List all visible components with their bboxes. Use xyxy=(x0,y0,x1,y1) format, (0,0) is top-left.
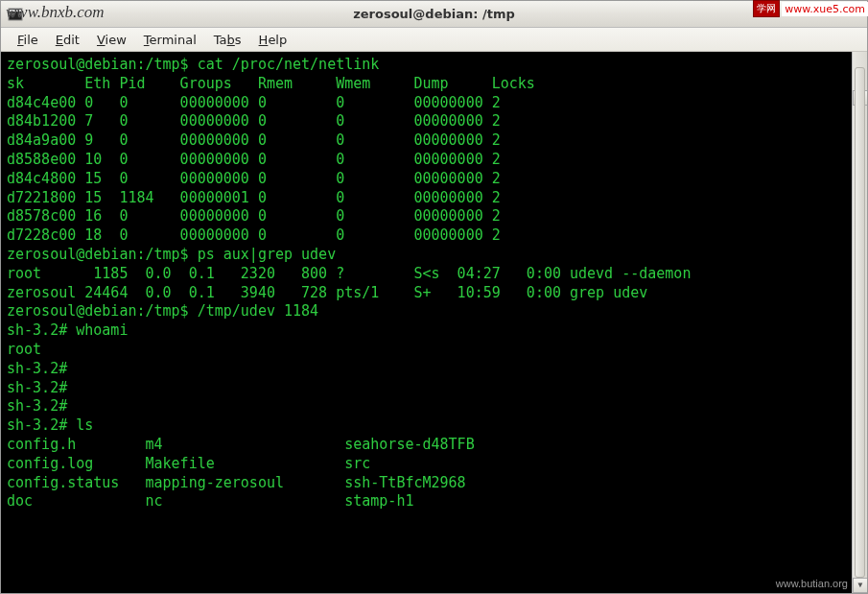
scrollbar[interactable]: ▲ ▼ xyxy=(852,52,867,593)
output-line: config.log Makefile src xyxy=(7,455,370,472)
output-line: sh-3.2# xyxy=(7,397,67,415)
menu-tabs[interactable]: Tabs xyxy=(205,30,250,50)
menu-file[interactable]: File xyxy=(9,30,47,50)
prompt: zerosoul@debian:/tmp$ xyxy=(7,56,198,73)
scroll-thumb[interactable] xyxy=(855,67,865,578)
menu-help[interactable]: Help xyxy=(250,30,296,50)
output-line: root xyxy=(7,341,41,358)
output-line: zerosoul 24464 0.0 0.1 3940 728 pts/1 S+… xyxy=(7,284,647,301)
output-line: sh-3.2# xyxy=(7,379,67,396)
output-line: d7228c00 18 0 00000000 0 0 00000000 2 xyxy=(7,226,501,244)
menu-terminal[interactable]: Terminal xyxy=(135,30,205,50)
output-line: d8588e00 10 0 00000000 0 0 00000000 2 xyxy=(7,151,501,168)
output-line: d7221800 15 1184 00000001 0 0 00000000 2 xyxy=(7,189,501,206)
command-text: /tmp/udev 1184 xyxy=(198,302,318,320)
window-title: zerosoul@debian: /tmp xyxy=(353,7,515,21)
output-line: d84c4e00 0 0 00000000 0 0 00000000 2 xyxy=(7,94,501,111)
watermark-url: www.xue5.com xyxy=(782,2,868,16)
terminal-output[interactable]: zerosoul@debian:/tmp$ cat /proc/net/netl… xyxy=(1,52,867,593)
output-line: doc nc stamp-h1 xyxy=(7,492,413,510)
watermark-top-right: 学网 www.xue5.com xyxy=(753,0,868,17)
menu-edit[interactable]: Edit xyxy=(47,30,88,50)
command-text: ps aux|grep udev xyxy=(198,246,337,263)
output-line: sk Eth Pid Groups Rmem Wmem Dump Locks xyxy=(7,75,535,92)
menu-view[interactable]: View xyxy=(88,30,135,50)
watermark-bottom-right: www.butian.org xyxy=(776,577,848,591)
titlebar[interactable]: zerosoul@debian: /tmp xyxy=(1,1,867,28)
menubar: File Edit View Terminal Tabs Help xyxy=(1,28,867,52)
scroll-down-button[interactable]: ▼ xyxy=(853,578,867,593)
output-line: sh-3.2# ls xyxy=(7,416,93,434)
output-line: config.h m4 seahorse-d48TFB xyxy=(7,436,475,453)
output-line: sh-3.2# whoami xyxy=(7,321,128,339)
output-line: d84b1200 7 0 00000000 0 0 00000000 2 xyxy=(7,112,501,130)
watermark-badge: 学网 xyxy=(753,0,780,17)
command-text: cat /proc/net/netlink xyxy=(198,56,380,73)
output-line: config.status mapping-zerosoul ssh-TtBfc… xyxy=(7,474,466,491)
prompt: zerosoul@debian:/tmp$ xyxy=(7,246,198,263)
output-line: d8578c00 16 0 00000000 0 0 00000000 2 xyxy=(7,207,501,225)
output-line: d84a9a00 9 0 00000000 0 0 00000000 2 xyxy=(7,131,501,149)
output-line: sh-3.2# xyxy=(7,360,67,377)
output-line: d84c4800 15 0 00000000 0 0 00000000 2 xyxy=(7,170,501,187)
output-line: root 1185 0.0 0.1 2320 800 ? S<s 04:27 0… xyxy=(7,265,691,282)
terminal-window: zerosoul@debian: /tmp File Edit View Ter… xyxy=(0,0,868,594)
prompt: zerosoul@debian:/tmp$ xyxy=(7,302,198,320)
watermark-top-left: www.bnxb.com xyxy=(6,3,105,22)
